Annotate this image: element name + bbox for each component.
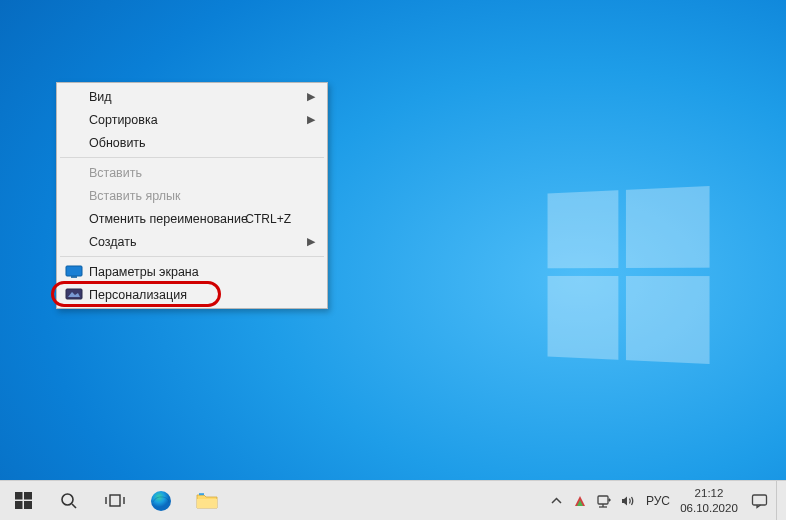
taskbar-left <box>0 481 230 520</box>
svg-rect-13 <box>197 499 217 508</box>
taskbar: РУС 21:12 06.10.2020 <box>0 480 786 520</box>
menu-item-refresh[interactable]: Обновить <box>59 131 325 154</box>
menu-item-shortcut: CTRL+Z <box>245 212 291 226</box>
menu-item-label: Персонализация <box>89 288 187 302</box>
windows-logo-wallpaper <box>548 186 710 364</box>
desktop-context-menu: Вид ▶ Сортировка ▶ Обновить Вставить Вст… <box>56 82 328 309</box>
svg-rect-4 <box>24 492 32 500</box>
menu-item-label: Сортировка <box>89 113 158 127</box>
chevron-right-icon: ▶ <box>307 90 315 103</box>
svg-point-7 <box>62 494 73 505</box>
tray-chevron-up-icon[interactable] <box>544 481 568 521</box>
file-explorer-button[interactable] <box>184 481 230 521</box>
menu-item-label: Вставить ярлык <box>89 189 181 203</box>
menu-item-new[interactable]: Создать ▶ <box>59 230 325 253</box>
menu-item-label: Обновить <box>89 136 146 150</box>
svg-rect-14 <box>199 493 204 495</box>
menu-item-label: Отменить переименование <box>89 212 248 226</box>
menu-item-sort[interactable]: Сортировка ▶ <box>59 108 325 131</box>
tray-clock[interactable]: 21:12 06.10.2020 <box>676 481 742 521</box>
personalize-icon <box>65 288 83 302</box>
menu-item-label: Вставить <box>89 166 142 180</box>
menu-item-paste-shortcut: Вставить ярлык <box>59 184 325 207</box>
menu-item-undo-rename[interactable]: Отменить переименование CTRL+Z <box>59 207 325 230</box>
menu-separator <box>60 157 324 158</box>
menu-item-label: Параметры экрана <box>89 265 199 279</box>
svg-rect-18 <box>752 495 766 505</box>
menu-item-label: Вид <box>89 90 112 104</box>
chevron-right-icon: ▶ <box>307 113 315 126</box>
tray-language-label: РУС <box>646 494 670 508</box>
display-icon <box>65 265 83 279</box>
task-view-button[interactable] <box>92 481 138 521</box>
tray-volume-icon[interactable] <box>616 481 640 521</box>
menu-item-display-settings[interactable]: Параметры экрана <box>59 260 325 283</box>
svg-rect-1 <box>71 276 77 278</box>
search-button[interactable] <box>46 481 92 521</box>
menu-item-label: Создать <box>89 235 137 249</box>
edge-browser-button[interactable] <box>138 481 184 521</box>
menu-item-view[interactable]: Вид ▶ <box>59 85 325 108</box>
svg-rect-6 <box>24 501 32 509</box>
tray-date: 06.10.2020 <box>680 501 738 515</box>
tray-network-icon[interactable] <box>592 481 616 521</box>
tray-time: 21:12 <box>695 486 724 500</box>
tray-language[interactable]: РУС <box>640 481 676 521</box>
desktop[interactable]: Вид ▶ Сортировка ▶ Обновить Вставить Вст… <box>0 0 786 520</box>
taskbar-right: РУС 21:12 06.10.2020 <box>544 481 786 520</box>
menu-item-personalization[interactable]: Персонализация <box>59 283 325 306</box>
svg-rect-15 <box>598 496 608 504</box>
action-center-button[interactable] <box>742 481 776 521</box>
svg-rect-9 <box>110 495 120 506</box>
svg-line-8 <box>72 504 76 508</box>
svg-rect-3 <box>15 492 23 500</box>
show-desktop-button[interactable] <box>776 481 782 521</box>
tray-app-icon[interactable] <box>568 481 592 521</box>
start-button[interactable] <box>0 481 46 521</box>
chevron-right-icon: ▶ <box>307 235 315 248</box>
menu-separator <box>60 256 324 257</box>
svg-rect-5 <box>15 501 23 509</box>
svg-rect-0 <box>66 266 82 276</box>
menu-item-paste: Вставить <box>59 161 325 184</box>
